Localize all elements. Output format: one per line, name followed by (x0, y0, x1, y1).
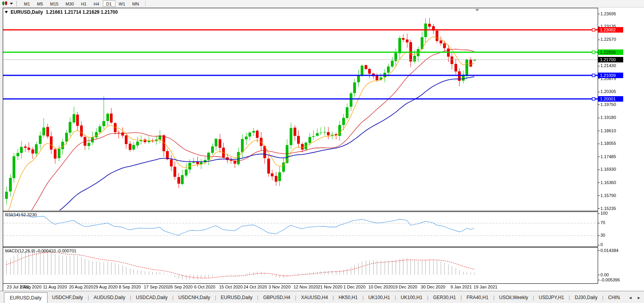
trading-app-window: M1M5M15M30H1H4D1W1MN EURUSD,Daily 1.2166… (0, 0, 644, 303)
macd-axis-tick: -0.005396 (600, 277, 620, 282)
rsi-indicator-label: RSI(14) 52.3230 (5, 212, 37, 217)
tab-scroll-arrows: ◄ ► (628, 296, 641, 300)
tab-scroll-right-button[interactable]: ► (637, 296, 641, 300)
chart-tab-hk50-h1[interactable]: HK50,H1 (334, 293, 363, 303)
timeframe-button-m1[interactable]: M1 (20, 0, 33, 7)
chart-tab-bar: EURUSD,DailyUSDCHF,Daily|AUDUSD,Daily|US… (0, 291, 644, 303)
chart-tab-usdcnh-daily[interactable]: USDCNH,Daily (173, 293, 215, 303)
price-axis-tick: 1.15235 (600, 206, 616, 211)
candlestick-chart-type-icon[interactable] (2, 1, 8, 6)
timeframe-button-m15[interactable]: M15 (47, 0, 62, 7)
timeframe-toolbar: M1M5M15M30H1H4D1W1MN (0, 0, 644, 7)
macd-indicator-label: MACD(12,26,9) -0.000410 -0.000701 (5, 248, 77, 253)
price-axis-tick: 1.16360 (600, 180, 616, 185)
macd-axis-tick: 0.00 (600, 272, 609, 277)
chart-symbol-label: EURUSD,Daily (11, 9, 43, 15)
chart-tab-eurusd-daily[interactable]: EURUSD,Daily (4, 292, 47, 303)
timeframe-buttons: M1M5M15M30H1H4D1W1MN (20, 0, 142, 7)
price-level-label: 1.20001 (598, 96, 623, 102)
price-level-label: 1.22016 (598, 49, 623, 55)
toolbar-grip (16, 1, 17, 6)
chart-tab-ger30-h1[interactable]: GER30,H1 (429, 293, 461, 303)
chart-canvas[interactable] (0, 0, 644, 291)
chart-tab-china300-h1[interactable]: CHINA300,H1 (604, 293, 620, 303)
chart-ohlc-values: 1.21661 1.21714 1.21629 1.21700 (46, 9, 118, 15)
rsi-axis-tick: 70 (600, 220, 605, 225)
chart-tab-xauusd-h4[interactable]: XAUUSD,H4 (296, 293, 333, 303)
rsi-axis-tick: 30 (600, 233, 605, 237)
macd-axis-tick: 0.014384 (600, 248, 618, 253)
price-axis-tick: 1.20305 (600, 89, 616, 94)
chart-tab-usdcad-daily[interactable]: USDCAD,Daily (131, 293, 172, 303)
timeframe-button-w1[interactable]: W1 (115, 0, 129, 7)
timeframe-button-m5[interactable]: M5 (33, 0, 46, 7)
chart-tab-fra40-h1[interactable]: FRA40,H1 (462, 293, 493, 303)
chart-tab-usoil-weekly[interactable]: USOil,Weekly (494, 293, 533, 303)
chart-title: EURUSD,Daily 1.21661 1.21714 1.21629 1.2… (5, 9, 118, 15)
chart-tab-gbpusd-h4[interactable]: GBPUSD,H4 (258, 293, 295, 303)
price-level-label: 1.21009 (598, 73, 623, 78)
chart-tab-usdjpy-h1[interactable]: USDJPY,H1 (534, 293, 569, 303)
toolbar-separator (145, 1, 146, 6)
price-axis-tick: 1.15790 (600, 193, 616, 198)
price-axis-tick: 1.23695 (600, 11, 616, 16)
timeframe-button-d1[interactable]: D1 (103, 0, 115, 7)
chart-tab-uk100-h1[interactable]: UK100,H1 (364, 293, 395, 303)
chart-tab-dj30-daily[interactable]: DJ30,Daily (570, 293, 602, 303)
chart-tab-eurusd-daily[interactable]: EURUSD,Daily (216, 293, 257, 303)
price-axis-tick: 1.16930 (600, 167, 616, 172)
date-axis-label: 19 Jan 2021 (469, 285, 502, 289)
current-price-label: 1.21700 (598, 57, 623, 62)
timeframe-button-h4[interactable]: H4 (90, 0, 102, 7)
rsi-axis-tick: 100 (600, 211, 608, 215)
timeframe-button-m30[interactable]: M30 (62, 0, 77, 7)
chart-tab-audusd-daily[interactable]: AUDUSD,Daily (89, 293, 130, 303)
tab-scroll-left-button[interactable]: ◄ (628, 296, 632, 300)
price-axis-tick: 1.18055 (600, 141, 616, 146)
price-axis-tick: 1.18610 (600, 128, 616, 133)
timeframe-button-mn[interactable]: MN (129, 0, 142, 7)
price-level-label: 1.23002 (598, 27, 623, 33)
timeframe-button-h1[interactable]: H1 (77, 0, 90, 7)
chart-tab-usdchf-daily[interactable]: USDCHF,Daily (47, 293, 88, 303)
chart-tab-uk100-h1[interactable]: UK100,H1 (396, 293, 427, 303)
chart-type-dropdown-icon[interactable] (10, 3, 13, 5)
collapse-triangle-icon[interactable] (5, 11, 8, 13)
price-axis-tick: 1.22570 (600, 37, 616, 42)
price-axis-tick: 1.19180 (600, 115, 616, 120)
price-axis-tick: 1.21430 (600, 63, 616, 68)
price-axis-tick: 1.19750 (600, 102, 616, 107)
chart-tabs: EURUSD,DailyUSDCHF,Daily|AUDUSD,Daily|US… (0, 291, 620, 303)
rsi-axis-tick: 0 (600, 242, 603, 247)
price-axis-tick: 1.17485 (600, 154, 616, 159)
